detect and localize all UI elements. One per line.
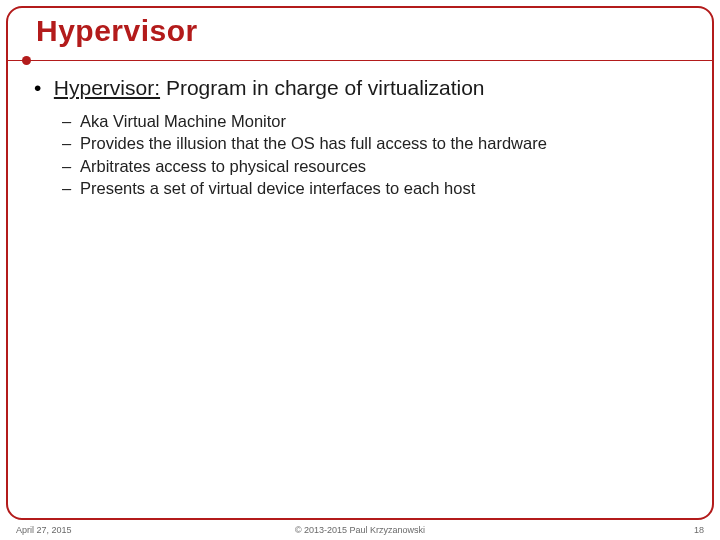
content-area: • Hypervisor: Program in charge of virtu… (30, 76, 690, 199)
list-item: –Provides the illusion that the OS has f… (62, 132, 690, 154)
bullet1-term: Hypervisor: (54, 76, 160, 99)
list-item-text: Presents a set of virtual device interfa… (80, 179, 475, 197)
bullet2-symbol: – (62, 177, 80, 199)
title-dot-icon (22, 56, 31, 65)
list-item: –Presents a set of virtual device interf… (62, 177, 690, 199)
bullet1-rest: Program in charge of virtualization (160, 76, 485, 99)
list-item-text: Aka Virtual Machine Monitor (80, 112, 286, 130)
footer-copyright: © 2013-2015 Paul Krzyzanowski (295, 525, 425, 535)
footer: April 27, 2015 © 2013-2015 Paul Krzyzano… (16, 522, 704, 538)
bullet-level1: • Hypervisor: Program in charge of virtu… (34, 76, 690, 100)
title-rule (6, 60, 714, 61)
slide-title: Hypervisor (36, 14, 198, 48)
list-item-text: Provides the illusion that the OS has fu… (80, 134, 547, 152)
slide-frame: Hypervisor • Hypervisor: Program in char… (6, 6, 714, 520)
bullet2-symbol: – (62, 132, 80, 154)
bullet2-symbol: – (62, 155, 80, 177)
footer-date: April 27, 2015 (16, 525, 72, 535)
bullet-level2-list: –Aka Virtual Machine Monitor –Provides t… (62, 110, 690, 199)
list-item: –Aka Virtual Machine Monitor (62, 110, 690, 132)
list-item: –Arbitrates access to physical resources (62, 155, 690, 177)
title-wrap: Hypervisor (36, 14, 198, 48)
bullet1-symbol: • (34, 76, 48, 100)
bullet2-symbol: – (62, 110, 80, 132)
footer-page-number: 18 (694, 525, 704, 535)
list-item-text: Arbitrates access to physical resources (80, 157, 366, 175)
